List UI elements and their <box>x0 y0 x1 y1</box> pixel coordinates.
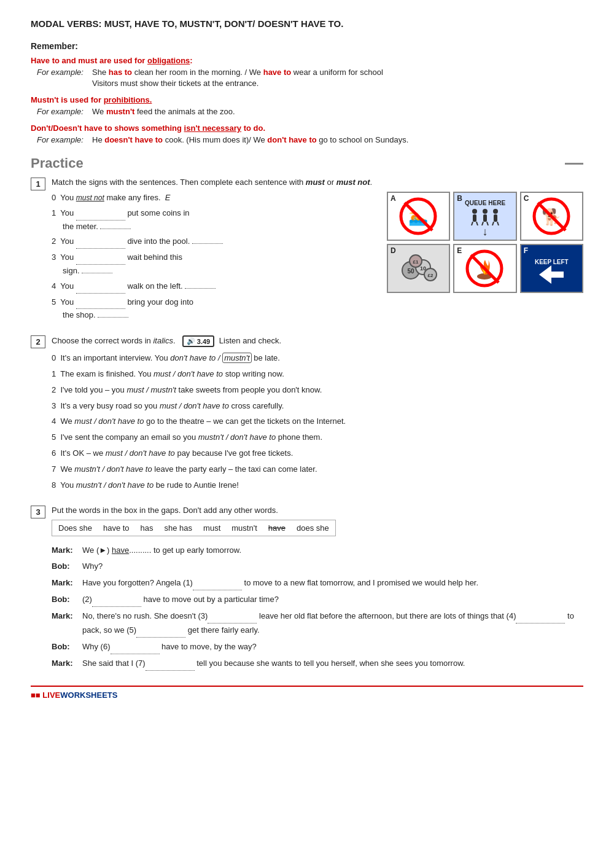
svg-rect-8 <box>483 214 487 222</box>
speaker-mark-4: Mark: <box>52 609 82 638</box>
ex2-sentence-4: 4 We must / don't have to go to the thea… <box>52 415 583 428</box>
ex2-sentence-6: 6 It's OK – we must / don't have to pay … <box>52 447 583 460</box>
ex1-sentence-0: 0 You must not make any fires. E <box>52 192 375 205</box>
dialogue-row-2: Mark: Have you forgotten? Angela (1) to … <box>52 576 583 590</box>
exercise3-block: 3 Put the words in the box in the gaps. … <box>31 506 583 673</box>
sign-a-svg: 🏊 <box>398 197 438 237</box>
svg-rect-12 <box>494 214 497 222</box>
exercise2-instruction: Choose the correct words in italics. 🔊 3… <box>52 335 583 347</box>
exercise1-flex: 0 You must not make any fires. E 1 You p… <box>52 192 583 324</box>
sign-b: B QUEUE HERE ↓ <box>453 192 516 241</box>
footer-logo: ■■ LIVEWORKSHEETS <box>31 690 117 700</box>
audio-badge: 🔊 3.49 <box>182 335 214 347</box>
sign-f-arrow-svg <box>539 265 564 284</box>
speaker-bob-3: Bob: <box>52 593 82 607</box>
svg-line-6 <box>476 222 478 225</box>
ex1-sentence-4: 4 You walk on the left. <box>52 280 375 294</box>
svg-line-5 <box>472 222 473 225</box>
word-does-she: Does she <box>58 523 92 533</box>
sign-b-people <box>470 208 500 225</box>
svg-line-14 <box>497 222 499 225</box>
sign-f-text: KEEP LEFT <box>535 259 569 265</box>
word-box: Does she have to has she has must mustn'… <box>52 520 336 536</box>
svg-marker-29 <box>539 265 564 284</box>
sign-b-text: QUEUE HERE <box>465 200 505 206</box>
utterance-bob-5: Why (6) have to move, by the way? <box>82 640 583 654</box>
ex2-sentence-8: 8 You mustn't / don't have to be rude to… <box>52 479 583 492</box>
dialogue-row-3: Bob: (2) have to move out by a particula… <box>52 593 583 607</box>
svg-point-7 <box>483 209 488 214</box>
exercise2-content: Choose the correct words in italics. 🔊 3… <box>52 335 583 495</box>
sign-d: D 50 10 £2 £1 <box>387 244 450 293</box>
exercise1-instruction: Match the signs with the sentences. Then… <box>52 178 583 187</box>
ex2-sentence-3: 3 It's a very busy road so you must / do… <box>52 400 583 413</box>
utterance-mark-0: We (►) have.......... to get up early to… <box>82 544 583 557</box>
rule1-block: Have to and must are used for obligation… <box>31 56 583 88</box>
practice-header: Practice <box>31 155 583 171</box>
ex1-sentence-list: 0 You must not make any fires. E 1 You p… <box>52 192 375 322</box>
dialogue: Mark: We (►) have.......... to get up ea… <box>52 544 583 671</box>
ex1-sentence-3: 3 You wait behind this sign. <box>52 251 375 278</box>
word-mustnt: mustn't <box>231 523 257 533</box>
exercise1-row: 1 Match the signs with the sentences. Th… <box>31 178 583 324</box>
word-she-has: she has <box>165 523 193 533</box>
speaker-mark-6: Mark: <box>52 657 82 671</box>
dialogue-row-4: Mark: No, there's no rush. She doesn't (… <box>52 609 583 638</box>
word-has: has <box>141 523 154 533</box>
svg-text:£1: £1 <box>413 259 419 265</box>
utterance-mark-2: Have you forgotten? Angela (1) to move t… <box>82 576 583 590</box>
footer-logo-live: ■■ <box>31 690 41 700</box>
dialogue-row-6: Mark: She said that I (7) tell you becau… <box>52 657 583 671</box>
sign-d-svg: 50 10 £2 £1 <box>398 249 438 289</box>
word-must: must <box>203 523 220 533</box>
exercise2-sentence-list: 0 It's an important interview. You don't… <box>52 352 583 491</box>
sign-c-svg: 🐕 <box>532 197 572 237</box>
dialogue-row-0: Mark: We (►) have.......... to get up ea… <box>52 544 583 557</box>
word-does-she-2: does she <box>297 523 329 533</box>
speaker-bob-5: Bob: <box>52 640 82 654</box>
exercise2-block: 2 Choose the correct words in italics. 🔊… <box>31 335 583 495</box>
speaker-bob-1: Bob: <box>52 560 82 573</box>
exercise2-number: 2 <box>31 335 45 348</box>
sign-e-svg <box>465 249 505 289</box>
utterance-bob-1: Why? <box>82 560 583 573</box>
speaker-mark-2: Mark: <box>52 576 82 590</box>
ex1-sentence-1: 1 You put some coins in the meter. <box>52 207 375 233</box>
exercise3-content: Put the words in the box in the gaps. Do… <box>52 506 583 673</box>
speaker-mark-0: Mark: <box>52 544 82 557</box>
word-have-to: have to <box>103 523 130 533</box>
utterance-mark-6: She said that I (7) tell you because she… <box>82 657 583 671</box>
dialogue-row-5: Bob: Why (6) have to move, by the way? <box>52 640 583 654</box>
speaker-icon: 🔊 <box>187 337 195 345</box>
rule1-heading: Have to and must are used for obligation… <box>31 56 583 65</box>
rule3-heading: Don't/Doesn't have to shows something is… <box>31 123 583 133</box>
rule3-example: For example: He doesn't have to cook. (H… <box>37 135 583 144</box>
exercise1-content: Match the signs with the sentences. Then… <box>52 178 583 324</box>
practice-dash <box>565 163 583 165</box>
footer-logo-worksheets: WORKSHEETS <box>60 690 117 700</box>
svg-line-13 <box>492 222 494 225</box>
ex2-sentence-1: 1 The exam is finished. You must / don't… <box>52 368 583 381</box>
footer: ■■ LIVEWORKSHEETS <box>31 686 583 700</box>
svg-point-3 <box>472 209 477 214</box>
ex1-signs-col: A 🏊 B QUEUE HERE <box>387 192 583 324</box>
utterance-bob-3: (2) have to move out by a particular tim… <box>82 593 583 607</box>
ex1-sentences-col: 0 You must not make any fires. E 1 You p… <box>52 192 375 324</box>
sign-b-arrow: ↓ <box>482 225 488 238</box>
svg-rect-4 <box>473 214 476 222</box>
rule2-example: For example: We mustn't feed the animals… <box>37 107 583 116</box>
exercise1-number: 1 <box>31 178 45 190</box>
footer-logo-text: LIVE <box>42 690 60 700</box>
ex2-sentence-5: 5 I've sent the company an email so you … <box>52 431 583 444</box>
exercise3-number: 3 <box>31 506 45 518</box>
rule2-block: Mustn't is used for prohibitions. For ex… <box>31 95 583 116</box>
exercise3-instruction: Put the words in the box in the gaps. Do… <box>52 506 583 515</box>
sign-c: C 🐕 <box>520 192 583 241</box>
rule1-example1: For example: She has to clean her room i… <box>37 68 583 77</box>
exercise3-row: 3 Put the words in the box in the gaps. … <box>31 506 583 673</box>
svg-text:50: 50 <box>408 268 415 275</box>
svg-point-11 <box>493 209 498 214</box>
audio-number: 3.49 <box>197 338 210 345</box>
svg-text:£2: £2 <box>428 273 433 278</box>
rule1-example2: Visitors must show their tickets at the … <box>37 79 583 88</box>
